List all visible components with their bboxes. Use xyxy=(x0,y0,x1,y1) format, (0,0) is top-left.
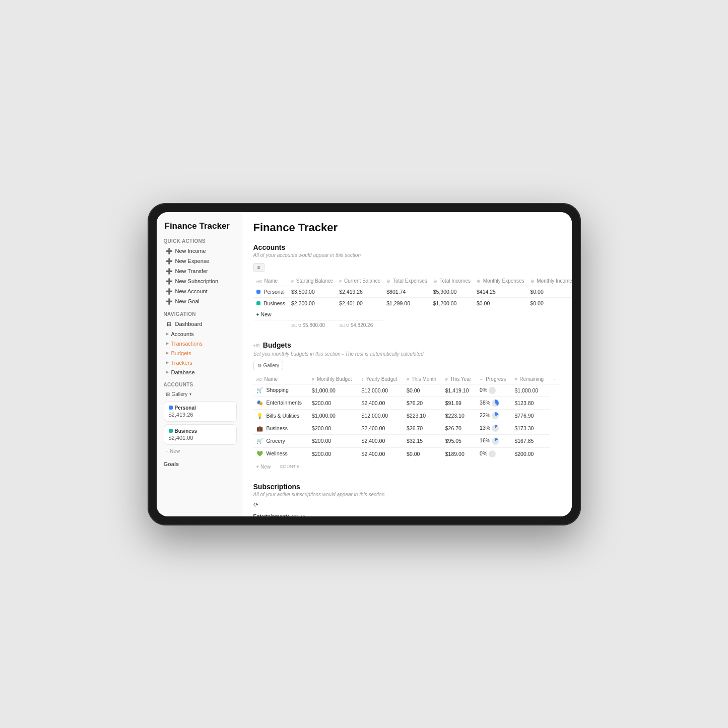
account-card-personal[interactable]: Personal $2,419.26 xyxy=(164,401,237,422)
budget-name-1: Entertainments xyxy=(266,400,302,406)
subscriptions-tab[interactable]: Entertainments $25.48 xyxy=(253,514,305,516)
chevron-accounts-icon: ▶ xyxy=(166,332,169,336)
page-title: Finance Tracker xyxy=(253,221,561,234)
plus-green-icon: ➕ xyxy=(166,248,173,254)
refresh-icon[interactable]: ⟳ xyxy=(253,501,561,508)
budget-name-5: Wellness xyxy=(266,450,287,456)
accounts-filter-btn[interactable]: ≡ xyxy=(253,263,264,272)
budgets-table: Aα Name # Monthly Budget ↕ Yearly Budget… xyxy=(253,374,561,460)
business-name: Business xyxy=(253,297,289,309)
qa-new-account[interactable]: ➕ New Account xyxy=(164,287,237,296)
progress-circle-1 xyxy=(492,400,499,407)
qa-new-expense[interactable]: ➕ New Expense xyxy=(164,256,237,266)
account-card-business[interactable]: Business $2,401.00 xyxy=(164,424,237,445)
col-monthly-inc: ⊕ Monthly Incomes xyxy=(527,276,572,286)
budget-col-more[interactable]: ··· xyxy=(550,374,561,384)
app-title: Finance Tracker xyxy=(164,221,237,231)
budgets-section-title: Budgets xyxy=(263,341,291,349)
budgets-add-row[interactable]: + New xyxy=(253,462,274,472)
progress-circle-4 xyxy=(492,438,499,445)
budget-col-monthly: # Monthly Budget xyxy=(309,374,358,384)
budget-icon-4: 🛒 xyxy=(256,438,263,444)
plus-orange-icon: ➕ xyxy=(166,298,173,305)
table-row: 💡 Bills & Utilities $1,000.00 $12,000.00… xyxy=(253,409,561,422)
progress-label-1: 38% xyxy=(480,400,490,406)
sidebar: Finance Tracker Quick Actions ➕ New Inco… xyxy=(157,212,242,516)
accounts-add-new[interactable]: + New xyxy=(164,447,237,455)
device-frame: Finance Tracker Quick Actions ➕ New Inco… xyxy=(148,203,581,525)
budget-icon-1: 🎭 xyxy=(256,400,263,406)
col-monthly-exp: ⊕ Monthly Expenses xyxy=(474,276,527,286)
nav-budgets[interactable]: ▶ Budgets xyxy=(164,349,237,358)
personal-name: Personal xyxy=(253,286,289,297)
qa-new-goal[interactable]: ➕ New Goal xyxy=(164,297,237,306)
progress-circle-5 xyxy=(489,450,496,457)
budget-col-name: Aα Name xyxy=(253,374,309,384)
quick-actions-label: Quick Actions xyxy=(164,238,237,244)
budgets-gallery-tab[interactable]: ⊚ Gallery xyxy=(253,361,284,370)
personal-table-dot xyxy=(256,290,260,294)
budget-col-progress: ··· Progress xyxy=(477,374,511,384)
main-content: Finance Tracker Accounts All of your acc… xyxy=(242,212,572,516)
col-name: Aα Name xyxy=(253,276,289,286)
personal-balance: $2,419.26 xyxy=(169,412,232,418)
budgets-section-subtitle: Set you monthly budgets in this section … xyxy=(253,351,561,357)
chevron-transactions-icon: ▶ xyxy=(166,341,169,346)
qa-new-subscription[interactable]: ➕ New Subscription xyxy=(164,277,237,286)
budgets-count: COUNT 6 xyxy=(280,464,299,469)
budget-col-this-month: # This Month xyxy=(404,374,442,384)
budget-name-3: Business xyxy=(266,425,288,431)
nav-transactions[interactable]: ▶ Transactions xyxy=(164,339,237,348)
nav-accounts[interactable]: ▶ Accounts xyxy=(164,329,237,339)
progress-circle-3 xyxy=(492,425,499,432)
table-row: 💚 Wellness $200.00 $2,400.00 $0.00 $189.… xyxy=(253,447,561,460)
progress-label-3: 13% xyxy=(480,425,490,431)
progress-label-5: 0% xyxy=(480,450,487,456)
chevron-database-icon: ▶ xyxy=(166,370,169,374)
qa-new-income[interactable]: ➕ New Income xyxy=(164,246,237,256)
budget-col-remaining: # Remaining xyxy=(511,374,549,384)
plus-purple-icon: ➕ xyxy=(166,278,173,285)
device-screen: Finance Tracker Quick Actions ➕ New Inco… xyxy=(157,212,572,516)
budget-icon-0: 🛒 xyxy=(256,387,263,393)
nav-dashboard[interactable]: ⊞ Dashboard xyxy=(164,319,237,329)
business-table-dot xyxy=(256,301,260,305)
accounts-sidebar-label: Accounts xyxy=(164,382,237,387)
budget-icon-5: 💚 xyxy=(256,450,263,456)
col-total-exp: ⊕ Total Expenses xyxy=(383,276,430,286)
budget-icon-2: 💡 xyxy=(256,413,263,419)
nav-trackers[interactable]: ▶ Trackers xyxy=(164,358,237,367)
col-total-inc: ⊕ Total Incomes xyxy=(430,276,474,286)
gallery-toggle[interactable]: ⊞ Gallery ▾ xyxy=(164,390,237,399)
plus-blue-icon: ➕ xyxy=(166,268,173,275)
progress-label-2: 22% xyxy=(480,412,490,418)
table-row: 💼 Business $200.00 $2,400.00 $26.70 $26.… xyxy=(253,422,561,435)
accounts-table: Aα Name # Starting Balance # Current Bal… xyxy=(253,276,572,330)
plus-blue2-icon: ➕ xyxy=(166,288,173,295)
budget-col-this-year: # This Year xyxy=(442,374,477,384)
subscriptions-section: Subscriptions All of your active subscri… xyxy=(253,483,561,516)
qa-new-transfer[interactable]: ➕ New Transfer xyxy=(164,267,237,276)
business-dot-icon xyxy=(169,429,173,433)
progress-circle-2 xyxy=(492,412,499,419)
subscriptions-title: Subscriptions xyxy=(253,483,561,491)
table-row: 🛒 Grocery $200.00 $2,400.00 $32.15 $95.0… xyxy=(253,435,561,447)
table-row: Personal $3,500.00 $2,419.26 $801.74 $5,… xyxy=(253,286,572,297)
progress-circle-0 xyxy=(489,387,496,394)
col-starting: # Starting Balance xyxy=(288,276,336,286)
table-row: Business $2,300.00 $2,401.00 $1,299.00 $… xyxy=(253,297,572,309)
gallery-icon: ⊞ xyxy=(166,391,170,397)
gallery-chevron-icon: ▾ xyxy=(189,392,191,396)
col-current: # Current Balance xyxy=(336,276,383,286)
accounts-section-subtitle: All of your accounts would appear in thi… xyxy=(253,252,561,258)
accounts-add-row[interactable]: + New xyxy=(253,309,289,320)
budget-icon-3: 💼 xyxy=(256,425,263,431)
budgets-add-icon[interactable]: +⊞ xyxy=(253,343,260,348)
chevron-budgets-icon: ▶ xyxy=(166,351,169,355)
progress-label-4: 16% xyxy=(480,437,490,443)
accounts-section: Accounts All of your accounts would appe… xyxy=(253,243,561,330)
nav-database[interactable]: ▶ Database xyxy=(164,368,237,377)
dashboard-icon: ⊞ xyxy=(166,321,173,327)
subscriptions-subtitle: All of your active subscriptions would a… xyxy=(253,492,561,497)
accounts-sidebar-section: Accounts ⊞ Gallery ▾ Personal $2,419.26 xyxy=(164,382,237,455)
